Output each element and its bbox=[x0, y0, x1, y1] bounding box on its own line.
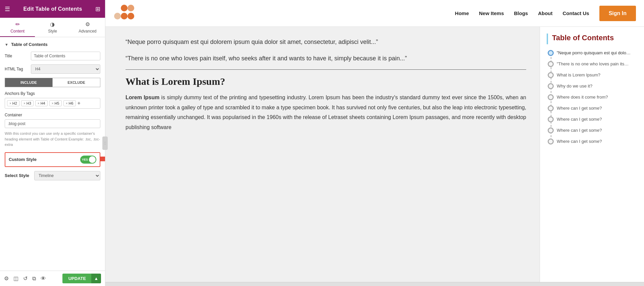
main-area: Home New Items Blogs About Contact Us Si… bbox=[105, 0, 644, 286]
title-input[interactable] bbox=[31, 52, 100, 60]
duplicate-icon[interactable]: ⧉ bbox=[32, 276, 36, 282]
toc-item-text-3[interactable]: Why do we use it? bbox=[557, 83, 592, 89]
toc-item-7[interactable]: Where can I get some? bbox=[557, 128, 637, 133]
custom-style-toggle[interactable]: YES bbox=[80, 156, 96, 164]
toc-item-6[interactable]: Where can I get some? bbox=[557, 117, 637, 122]
toc-item-text-1[interactable]: "There is no one who loves pain itself, … bbox=[557, 61, 631, 66]
toc-item-text-8[interactable]: Where can I get some? bbox=[557, 139, 602, 144]
toc-bullet-0 bbox=[548, 50, 554, 56]
tag-h6[interactable]: ×H6 bbox=[63, 100, 76, 106]
nav-blogs[interactable]: Blogs bbox=[514, 10, 528, 16]
select-style-dropdown[interactable]: Timeline Classic Minimal bbox=[34, 171, 100, 180]
toc-item-8[interactable]: Where can I get some? bbox=[557, 139, 637, 144]
nav-about[interactable]: About bbox=[538, 10, 552, 16]
container-input[interactable] bbox=[5, 119, 100, 128]
nav-new-items[interactable]: New Items bbox=[479, 10, 504, 16]
collapse-arrow-icon[interactable]: ▼ bbox=[5, 43, 8, 47]
toc-bullet-7 bbox=[548, 127, 554, 133]
toc-item-5[interactable]: Where can I get some? bbox=[557, 106, 637, 111]
toc-item-text-0[interactable]: "Neque porro quisquam est qui dolorem i.… bbox=[557, 50, 631, 55]
article-heading: What is Lorem Ipsum? bbox=[126, 76, 526, 87]
update-dropdown-button[interactable]: ▲ bbox=[91, 274, 101, 283]
toc-bullet-4 bbox=[548, 94, 554, 100]
svg-point-3 bbox=[114, 13, 121, 19]
toc-item-text-7[interactable]: Where can I get some? bbox=[557, 128, 602, 133]
tab-style[interactable]: ◑ Style bbox=[35, 18, 70, 37]
container-hint: With this control you can use only a spe… bbox=[5, 131, 100, 148]
hamburger-icon[interactable]: ☰ bbox=[5, 5, 10, 13]
panel-header: ☰ Edit Table of Contents ⊞ bbox=[0, 0, 105, 18]
tag-h2[interactable]: ×H2 bbox=[7, 100, 19, 106]
toc-bullet-1 bbox=[548, 61, 554, 67]
anchors-label: Anchors By Tags bbox=[5, 91, 100, 96]
tag-h6-remove[interactable]: × bbox=[66, 102, 68, 105]
history-icon[interactable]: ↺ bbox=[23, 275, 28, 282]
update-button-group: UPDATE ▲ bbox=[62, 274, 101, 283]
toc-item-0[interactable]: "Neque porro quisquam est qui dolorem i.… bbox=[557, 50, 637, 55]
eye-icon[interactable]: 👁 bbox=[41, 276, 46, 282]
toc-item-text-6[interactable]: Where can I get some? bbox=[557, 117, 602, 122]
toc-item-2[interactable]: What is Lorem Ipsum? bbox=[557, 72, 637, 77]
grid-icon[interactable]: ⊞ bbox=[95, 5, 100, 13]
nav-links: Home New Items Blogs About Contact Us Si… bbox=[455, 6, 636, 21]
nav-bar: Home New Items Blogs About Contact Us Si… bbox=[105, 0, 644, 27]
toc-bullet-3 bbox=[548, 83, 554, 89]
content-tab-icon: ✏ bbox=[15, 21, 20, 27]
panel-content: ▼ Table of Contents Title HTML Tag H4 H1… bbox=[0, 37, 105, 271]
red-arrow-indicator bbox=[100, 154, 105, 165]
toc-item-1[interactable]: "There is no one who loves pain itself, … bbox=[557, 61, 637, 66]
bottom-icons: ⚙ ◫ ↺ ⧉ 👁 bbox=[4, 275, 46, 282]
html-tag-select[interactable]: H4 H1 H2 H3 bbox=[31, 64, 100, 74]
tag-h2-remove[interactable]: × bbox=[9, 102, 11, 105]
settings-icon[interactable]: ⚙ bbox=[4, 275, 9, 282]
toc-item-text-4[interactable]: Where does it come from? bbox=[557, 95, 608, 100]
sign-in-button[interactable]: Sign In bbox=[599, 6, 636, 21]
tag-add-icon[interactable]: + bbox=[78, 100, 81, 106]
tab-content-label: Content bbox=[10, 29, 24, 34]
toc-item-3[interactable]: Why do we use it? bbox=[557, 83, 637, 89]
exclude-button[interactable]: EXCLUDE bbox=[52, 78, 100, 87]
advanced-tab-icon: ⚙ bbox=[85, 21, 90, 27]
svg-point-2 bbox=[128, 5, 134, 11]
toc-item-text-5[interactable]: Where can I get some? bbox=[557, 106, 602, 111]
custom-style-label: Custom Style bbox=[9, 157, 37, 162]
bottom-scrollbar[interactable] bbox=[105, 282, 644, 286]
panel-header-title: Edit Table of Contents bbox=[23, 6, 82, 12]
layers-icon[interactable]: ◫ bbox=[13, 275, 18, 282]
article-area: “Neque porro quisquam est qui dolorem ip… bbox=[105, 27, 540, 282]
tag-h4[interactable]: ×H4 bbox=[35, 100, 48, 106]
tags-container: ×H2 ×H3 ×H4 ×H5 ×H6 + bbox=[5, 98, 100, 109]
tab-content[interactable]: ✏ Content bbox=[0, 18, 35, 37]
page-content-area: “Neque porro quisquam est qui dolorem ip… bbox=[105, 27, 644, 282]
tag-h5[interactable]: ×H5 bbox=[49, 100, 62, 106]
html-tag-label: HTML Tag bbox=[5, 67, 28, 71]
toc-title: Table of Contents bbox=[547, 34, 637, 44]
svg-point-1 bbox=[121, 5, 128, 11]
tag-h4-remove[interactable]: × bbox=[38, 102, 40, 105]
update-button[interactable]: UPDATE bbox=[62, 274, 92, 283]
nav-logo bbox=[113, 3, 137, 23]
tag-h5-remove[interactable]: × bbox=[52, 102, 54, 105]
logo-svg bbox=[113, 3, 137, 23]
panel-tabs: ✏ Content ◑ Style ⚙ Advanced bbox=[0, 18, 105, 37]
include-button[interactable]: INCLUDE bbox=[5, 78, 52, 87]
tab-advanced[interactable]: ⚙ Advanced bbox=[70, 18, 105, 37]
toc-sidebar: Table of Contents "Neque porro quisquam … bbox=[540, 27, 644, 282]
tab-style-label: Style bbox=[48, 29, 57, 34]
custom-style-row: Custom Style YES bbox=[5, 152, 100, 167]
section-header: ▼ Table of Contents bbox=[5, 42, 100, 47]
toc-items-list: "Neque porro quisquam est qui dolorem i.… bbox=[547, 50, 637, 144]
nav-home[interactable]: Home bbox=[455, 10, 469, 16]
tag-h3-remove[interactable]: × bbox=[23, 102, 26, 105]
svg-marker-0 bbox=[100, 155, 105, 163]
toggle-yes-text: YES bbox=[82, 158, 88, 161]
title-row: Title bbox=[5, 52, 100, 60]
toc-bullet-8 bbox=[548, 138, 554, 145]
style-tab-icon: ◑ bbox=[50, 21, 55, 27]
resize-handle[interactable]: ⋮ bbox=[102, 136, 108, 150]
nav-contact[interactable]: Contact Us bbox=[562, 10, 589, 16]
tag-h3[interactable]: ×H3 bbox=[21, 100, 34, 106]
select-style-row: Select Style Timeline Classic Minimal bbox=[5, 171, 100, 180]
toc-item-4[interactable]: Where does it come from? bbox=[557, 95, 637, 100]
toc-item-text-2[interactable]: What is Lorem Ipsum? bbox=[557, 72, 600, 77]
